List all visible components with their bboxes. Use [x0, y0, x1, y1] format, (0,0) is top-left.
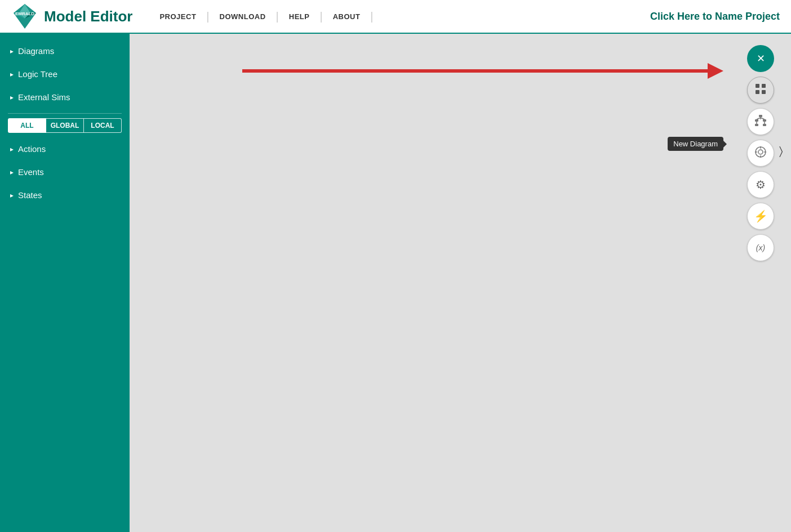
main-canvas: ✕ New Diagram — [130, 34, 791, 532]
target-button[interactable] — [747, 140, 774, 167]
chevron-logic-tree: ▸ — [10, 70, 14, 78]
close-button[interactable]: ✕ — [747, 45, 774, 72]
nav-download[interactable]: DOWNLOAD — [210, 12, 276, 21]
chevron-actions: ▸ — [10, 145, 14, 153]
nav-sep-4: | — [370, 10, 373, 23]
header: EMRALD Model Editor PROJECT | DOWNLOAD |… — [0, 0, 791, 34]
svg-text:EMRALD: EMRALD — [15, 11, 34, 16]
lightning-button[interactable]: ⚡ — [747, 203, 774, 230]
close-icon: ✕ — [757, 52, 765, 65]
svg-line-15 — [757, 118, 761, 119]
nav-project[interactable]: PROJECT — [149, 12, 206, 21]
svg-rect-9 — [759, 115, 762, 117]
sidebar-label-events: Events — [18, 167, 44, 177]
right-toolbar: ✕ New Diagram — [747, 45, 774, 261]
nav-bar: PROJECT | DOWNLOAD | HELP | ABOUT | — [149, 10, 650, 23]
chevron-states: ▸ — [10, 191, 14, 199]
sidebar-label-logic-tree: Logic Tree — [18, 69, 57, 79]
svg-rect-8 — [762, 90, 766, 94]
svg-rect-7 — [756, 90, 759, 94]
svg-line-16 — [761, 118, 765, 119]
sidebar-item-diagrams[interactable]: ▸ Diagrams — [0, 39, 130, 62]
svg-rect-6 — [762, 84, 766, 88]
sidebar-item-external-sims[interactable]: ▸ External Sims — [0, 86, 130, 109]
sidebar-item-states[interactable]: ▸ States — [0, 184, 130, 207]
filter-all[interactable]: ALL — [8, 118, 46, 133]
sidebar-label-states: States — [18, 190, 42, 200]
hierarchy-icon — [754, 114, 767, 130]
filter-local[interactable]: LOCAL — [84, 118, 122, 133]
arrow-annotation — [242, 63, 723, 79]
cursor-pointer: 〉 — [779, 145, 783, 158]
chevron-diagrams: ▸ — [10, 47, 14, 55]
gear-button[interactable]: ⚙ — [747, 171, 774, 198]
svg-rect-12 — [755, 124, 758, 126]
sidebar-label-external-sims: External Sims — [18, 92, 70, 102]
sidebar: ▸ Diagrams ▸ Logic Tree ▸ External Sims … — [0, 34, 130, 532]
sidebar-item-logic-tree[interactable]: ▸ Logic Tree — [0, 62, 130, 86]
arrow-line — [242, 69, 708, 73]
filter-buttons: ALL GLOBAL LOCAL — [8, 118, 122, 133]
chevron-events: ▸ — [10, 168, 14, 176]
gear-icon: ⚙ — [756, 178, 766, 191]
logo-area: EMRALD Model Editor — [11, 3, 132, 30]
app-title: Model Editor — [44, 8, 132, 25]
nav-help[interactable]: HELP — [279, 12, 320, 21]
sidebar-item-events[interactable]: ▸ Events — [0, 160, 130, 184]
variable-icon: (x) — [756, 243, 765, 252]
svg-rect-11 — [763, 119, 766, 122]
diagram-grid-button[interactable] — [747, 77, 774, 104]
sidebar-label-diagrams: Diagrams — [18, 46, 54, 56]
filter-global[interactable]: GLOBAL — [46, 118, 84, 133]
app-logo: EMRALD — [11, 3, 38, 30]
hierarchy-button[interactable] — [747, 108, 774, 135]
lightning-icon: ⚡ — [754, 209, 768, 223]
chevron-external-sims: ▸ — [10, 93, 14, 101]
target-icon — [754, 145, 767, 162]
nav-about[interactable]: ABOUT — [323, 12, 371, 21]
arrow-head — [708, 63, 723, 79]
svg-rect-10 — [755, 119, 758, 122]
new-diagram-tooltip: New Diagram — [668, 137, 723, 151]
variable-button[interactable]: (x) — [747, 234, 774, 261]
project-name[interactable]: Click Here to Name Project — [650, 11, 780, 23]
diagram-grid-icon — [754, 83, 767, 97]
main-layout: ▸ Diagrams ▸ Logic Tree ▸ External Sims … — [0, 34, 791, 532]
svg-point-20 — [758, 150, 763, 154]
sidebar-label-actions: Actions — [18, 144, 46, 154]
svg-rect-5 — [756, 84, 759, 88]
sidebar-item-actions[interactable]: ▸ Actions — [0, 137, 130, 160]
sidebar-divider — [8, 113, 122, 114]
svg-rect-13 — [763, 124, 766, 126]
